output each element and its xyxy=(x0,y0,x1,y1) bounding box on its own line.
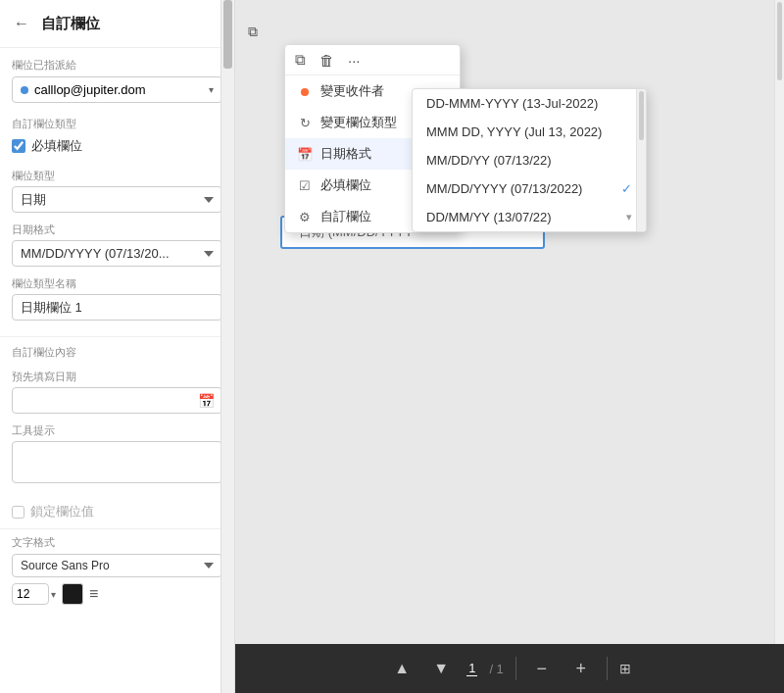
tooltip-input[interactable] xyxy=(12,441,222,483)
submenu-label-4: MM/DD/YYYY (07/13/2022) xyxy=(426,181,582,196)
submenu-item-1[interactable]: DD-MMM-YYYY (13-Jul-2022) xyxy=(413,89,646,118)
calendar-menu-icon: 📅 xyxy=(297,147,313,162)
date-format-select[interactable]: MM/DD/YYYY (07/13/20... xyxy=(12,240,222,267)
submenu-item-2[interactable]: MMM DD, YYYY (Jul 13, 2022) xyxy=(413,118,646,146)
main-scroll-thumb[interactable] xyxy=(777,2,782,80)
field-name-group: 欄位類型名稱 xyxy=(12,276,222,321)
tooltip-group: 工具提示 xyxy=(12,423,222,483)
form-section: 欄位類型 日期 日期格式 MM/DD/YYYY (07/13/20... 欄位類… xyxy=(0,163,234,336)
assignee-chevron-icon: ▾ xyxy=(209,84,214,95)
panel-scrollbar[interactable] xyxy=(220,0,234,693)
assignee-dropdown[interactable]: calllop@jupiter.dom ▾ xyxy=(12,76,222,103)
menu-item-left-2: ↻ 變更欄位類型 xyxy=(297,114,397,131)
content-section: 預先填寫日期 📅 工具提示 xyxy=(0,364,234,499)
person-icon xyxy=(297,84,313,99)
submenu-item-3[interactable]: MM/DD/YY (07/13/22) xyxy=(413,146,646,174)
field-type-label: 自訂欄位類型 xyxy=(0,113,234,133)
text-format-section: 文字格式 Source Sans Pro ▾ ≡ xyxy=(0,528,234,617)
panel-title: 自訂欄位 xyxy=(41,15,100,33)
menu-item-left-1: 變更收件者 xyxy=(297,82,384,100)
align-icon[interactable]: ≡ xyxy=(89,585,98,603)
font-select[interactable]: Source Sans Pro xyxy=(12,554,222,577)
calendar-icon[interactable]: 📅 xyxy=(198,393,215,409)
context-copy-icon[interactable]: ⧉ xyxy=(295,51,306,69)
required-checkbox-label: 必填欄位 xyxy=(31,137,82,155)
menu-item-left-5: ⚙ 自訂欄位 xyxy=(297,208,371,225)
field-name-input[interactable] xyxy=(12,294,222,321)
menu-label-required: 必填欄位 xyxy=(320,176,371,194)
tooltip-label: 工具提示 xyxy=(12,423,222,438)
date-format-submenu: DD-MMM-YYYY (13-Jul-2022) MMM DD, YYYY (… xyxy=(412,88,647,232)
submenu-scrollbar[interactable] xyxy=(636,89,646,231)
assignee-email: calllop@jupiter.dom xyxy=(34,82,146,97)
font-size-wrap: ▾ xyxy=(12,583,56,605)
left-panel: ← 自訂欄位 欄位已指派給 calllop@jupiter.dom ▾ 自訂欄位… xyxy=(0,0,235,693)
lock-checkbox[interactable] xyxy=(12,506,24,519)
placeholder-date-group: 預先填寫日期 📅 xyxy=(12,370,222,414)
fit-page-button[interactable]: ⊞ xyxy=(619,661,631,676)
copy-toolbar-button[interactable]: ⧉ xyxy=(239,18,267,45)
submenu-item-4[interactable]: MM/DD/YYYY (07/13/2022) ✓ xyxy=(413,174,646,203)
submenu-scroll-thumb[interactable] xyxy=(639,91,644,140)
bottom-toolbar: ▲ ▼ 1 / 1 − + ⊞ xyxy=(235,644,784,693)
field-name-label: 欄位類型名稱 xyxy=(12,276,222,291)
type-group-label: 欄位類型 xyxy=(12,169,222,183)
placeholder-date-label: 預先填寫日期 xyxy=(12,370,222,384)
menu-label-type: 變更欄位類型 xyxy=(320,114,397,131)
required-checkbox-row: 必填欄位 xyxy=(0,133,234,163)
dropdown-arrow-icon: ▾ xyxy=(626,211,632,223)
placeholder-date-input[interactable] xyxy=(12,387,222,414)
submenu-label-5: DD/MM/YY (13/07/22) xyxy=(426,210,552,224)
color-picker[interactable] xyxy=(62,583,83,605)
font-row: Source Sans Pro xyxy=(12,554,222,577)
panel-scroll-thumb[interactable] xyxy=(223,0,232,69)
menu-label-custom: 自訂欄位 xyxy=(320,208,371,225)
selected-checkmark-icon: ✓ xyxy=(621,181,632,196)
context-more-icon[interactable]: ··· xyxy=(348,52,361,69)
back-button[interactable]: ← xyxy=(10,12,33,35)
lock-checkbox-row: 鎖定欄位值 xyxy=(0,499,234,528)
page-number: 1 xyxy=(466,661,477,676)
prev-page-button[interactable]: ▲ xyxy=(388,655,416,682)
context-menu-top: ⧉ 🗑 ··· xyxy=(285,45,460,75)
check-menu-icon: ☑ xyxy=(297,178,313,193)
date-input-wrap: 📅 xyxy=(12,387,222,414)
main-area: ⧉ ⧉ 🗑 ··· 變更收件者 › ↻ 變更欄位類型 › xyxy=(235,0,784,644)
toolbar-divider-2 xyxy=(607,657,608,680)
font-size-row: ▾ ≡ xyxy=(12,583,222,605)
required-checkbox[interactable] xyxy=(12,139,25,153)
zoom-in-button[interactable]: + xyxy=(567,655,595,682)
assignee-left: calllop@jupiter.dom xyxy=(21,82,146,97)
menu-item-left-4: ☑ 必填欄位 xyxy=(297,176,371,194)
next-page-button[interactable]: ▼ xyxy=(427,655,455,682)
assignee-dot xyxy=(21,86,28,94)
type-group: 欄位類型 日期 xyxy=(12,169,222,213)
menu-label-recipient: 變更收件者 xyxy=(320,82,384,100)
date-format-label: 日期格式 xyxy=(12,223,222,237)
content-section-label: 自訂欄位內容 xyxy=(0,336,234,364)
context-delete-icon[interactable]: 🗑 xyxy=(319,52,334,69)
panel-header: ← 自訂欄位 xyxy=(0,0,234,48)
font-size-chevron-icon[interactable]: ▾ xyxy=(51,589,56,600)
zoom-out-button[interactable]: − xyxy=(528,655,556,682)
submenu-label-3: MM/DD/YY (07/13/22) xyxy=(426,153,552,168)
page-separator: / 1 xyxy=(489,662,503,676)
submenu-item-5[interactable]: DD/MM/YY (13/07/22) ▾ xyxy=(413,203,646,231)
font-size-input[interactable] xyxy=(12,583,49,605)
date-format-group: 日期格式 MM/DD/YYYY (07/13/20... xyxy=(12,223,222,267)
menu-label-date: 日期格式 xyxy=(320,145,371,163)
assignee-section-label: 欄位已指派給 xyxy=(0,48,234,76)
toolbar-divider-1 xyxy=(515,657,516,680)
menu-item-left-3: 📅 日期格式 xyxy=(297,145,371,163)
lock-label: 鎖定欄位值 xyxy=(30,503,94,520)
main-scrollbar[interactable] xyxy=(774,0,784,644)
toolbar-strip: ⧉ xyxy=(235,10,270,53)
submenu-label-2: MMM DD, YYYY (Jul 13, 2022) xyxy=(426,124,602,139)
submenu-label-1: DD-MMM-YYYY (13-Jul-2022) xyxy=(426,96,598,111)
text-format-label: 文字格式 xyxy=(12,535,222,550)
refresh-icon: ↻ xyxy=(297,116,313,130)
type-select[interactable]: 日期 xyxy=(12,186,222,213)
settings-menu-icon: ⚙ xyxy=(297,210,313,224)
